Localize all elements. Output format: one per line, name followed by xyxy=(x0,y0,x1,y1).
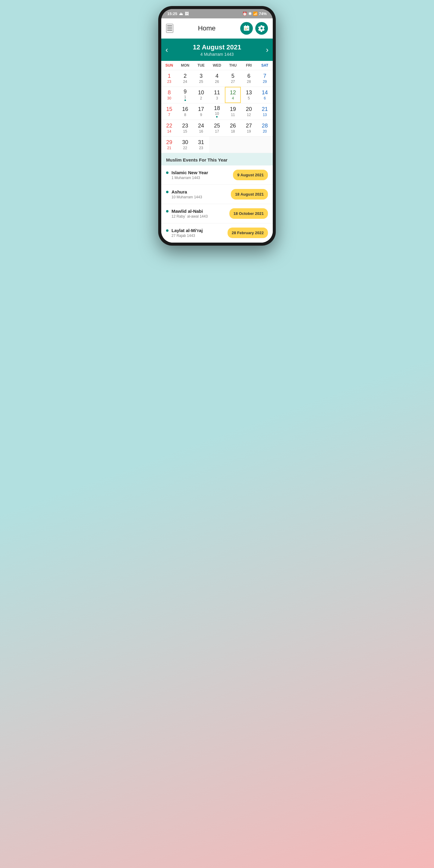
event-hijri: 27 Rajab 1443 xyxy=(172,234,203,238)
day-cell[interactable]: 2618 xyxy=(225,120,241,136)
status-bar: 15:25 ⛰ 🖼 ⏰ ✱ 📶 74% xyxy=(161,9,273,19)
day-name-thu: THU xyxy=(225,61,241,70)
next-month-button[interactable]: › xyxy=(261,45,273,55)
day-cell[interactable]: 2719 xyxy=(241,120,257,136)
day-hij: 26 xyxy=(215,80,219,84)
day-cell[interactable]: 123 xyxy=(161,70,177,87)
event-name: Laylat al-Mi'raj xyxy=(172,228,203,233)
day-hij: 16 xyxy=(199,130,203,133)
day-cell[interactable]: 2820 xyxy=(257,120,273,136)
day-cell[interactable]: 1810 xyxy=(209,103,225,120)
event-item[interactable]: Laylat al-Mi'raj 27 Rajab 1443 28 Februa… xyxy=(161,223,273,243)
header-icons xyxy=(240,22,268,35)
bluetooth-icon: ✱ xyxy=(248,11,252,16)
svg-rect-7 xyxy=(245,29,246,30)
day-cell[interactable]: 2416 xyxy=(193,120,209,136)
calendar-grid: SUNMONTUEWEDTHUFRISAT 123224325426527628… xyxy=(161,61,273,153)
day-cell[interactable]: 179 xyxy=(193,103,209,120)
day-greg: 17 xyxy=(198,106,204,113)
day-cell[interactable]: 527 xyxy=(225,70,241,87)
settings-icon-button[interactable] xyxy=(255,22,268,35)
day-cell[interactable]: 2921 xyxy=(161,136,177,153)
phone-shell: 15:25 ⛰ 🖼 ⏰ ✱ 📶 74% ☰ Home xyxy=(158,6,276,246)
day-cell[interactable]: 224 xyxy=(177,70,193,87)
day-cell[interactable]: 2113 xyxy=(257,103,273,120)
day-cell[interactable]: 1911 xyxy=(225,103,241,120)
hamburger-button[interactable]: ☰ xyxy=(166,24,173,33)
svg-rect-4 xyxy=(245,28,246,29)
event-dot-indicator xyxy=(184,99,186,101)
day-hij: 24 xyxy=(183,80,187,84)
day-cell[interactable]: 426 xyxy=(209,70,225,87)
day-greg: 7 xyxy=(264,73,267,79)
day-greg: 23 xyxy=(182,123,188,129)
day-cell xyxy=(225,136,241,153)
day-cell[interactable]: 628 xyxy=(241,70,257,87)
event-item[interactable]: Ashura 10 Muharram 1443 18 August 2021 xyxy=(161,185,273,204)
day-greg: 14 xyxy=(262,90,268,96)
svg-rect-1 xyxy=(244,26,249,27)
day-greg: 26 xyxy=(230,123,236,129)
day-greg: 11 xyxy=(214,90,220,96)
day-hij: 29 xyxy=(263,80,267,84)
day-cell[interactable]: 157 xyxy=(161,103,177,120)
event-left: Ashura 10 Muharram 1443 xyxy=(166,189,202,199)
events-section-header: Muslim Events For This Year xyxy=(161,153,273,165)
day-greg: 20 xyxy=(246,106,252,113)
day-cell[interactable]: 91 xyxy=(177,87,193,103)
day-greg: 8 xyxy=(167,90,170,96)
day-hij: 6 xyxy=(264,96,266,100)
day-hij: 15 xyxy=(183,130,187,133)
day-name-fri: FRI xyxy=(241,61,257,70)
event-list-dot xyxy=(166,229,168,232)
day-cell[interactable]: 830 xyxy=(161,87,177,103)
event-text: Laylat al-Mi'raj 27 Rajab 1443 xyxy=(172,228,203,238)
week-row-3: 2214231524162517261827192820 xyxy=(161,120,273,136)
event-left: Mawlid al-Nabi 12 Raby` al-awal 1443 xyxy=(166,209,208,218)
day-hij: 13 xyxy=(263,113,267,117)
day-greg: 5 xyxy=(231,73,235,79)
day-cell[interactable]: 2012 xyxy=(241,103,257,120)
day-greg: 29 xyxy=(166,140,172,146)
settings-icon xyxy=(258,25,265,32)
signal-icon: 📶 xyxy=(253,11,258,16)
svg-rect-5 xyxy=(246,28,247,29)
day-greg: 16 xyxy=(182,106,188,113)
day-hij: 10 xyxy=(215,112,219,116)
day-cell[interactable]: 325 xyxy=(193,70,209,87)
day-cell[interactable]: 2315 xyxy=(177,120,193,136)
day-cell[interactable]: 135 xyxy=(241,87,257,103)
event-list-dot xyxy=(166,191,168,193)
day-cell[interactable]: 3123 xyxy=(193,136,209,153)
day-cell[interactable]: 2517 xyxy=(209,120,225,136)
day-hij: 23 xyxy=(199,146,203,150)
event-item[interactable]: Mawlid al-Nabi 12 Raby` al-awal 1443 18 … xyxy=(161,204,273,223)
event-hijri: 1 Muharram 1443 xyxy=(172,176,208,180)
day-cell[interactable]: 168 xyxy=(177,103,193,120)
event-hijri: 12 Raby` al-awal 1443 xyxy=(172,214,208,218)
day-hij: 18 xyxy=(231,130,235,133)
calendar-hijri: 4 Muharram 1443 xyxy=(161,52,273,57)
event-item[interactable]: Islamic New Year 1 Muharram 1443 9 Augus… xyxy=(161,165,273,185)
day-cell[interactable]: 2214 xyxy=(161,120,177,136)
calendar-icon xyxy=(243,25,250,32)
day-greg: 4 xyxy=(216,73,218,79)
day-cell[interactable]: 729 xyxy=(257,70,273,87)
day-cell[interactable]: 3022 xyxy=(177,136,193,153)
day-cell[interactable]: 113 xyxy=(209,87,225,103)
day-cell xyxy=(241,136,257,153)
svg-rect-8 xyxy=(246,29,247,30)
day-cell[interactable]: 124 xyxy=(225,87,241,103)
day-cell[interactable]: 146 xyxy=(257,87,273,103)
events-list: Islamic New Year 1 Muharram 1443 9 Augus… xyxy=(161,165,273,243)
status-left: 15:25 ⛰ 🖼 xyxy=(167,11,189,16)
image-icon: 🖼 xyxy=(185,11,189,16)
day-hij: 8 xyxy=(184,113,186,117)
calendar-icon-button[interactable] xyxy=(240,22,253,35)
day-hij: 5 xyxy=(248,96,250,100)
day-cell[interactable]: 102 xyxy=(193,87,209,103)
day-hij: 1 xyxy=(184,95,186,99)
status-time: 15:25 xyxy=(167,11,177,16)
day-hij: 4 xyxy=(232,96,234,100)
day-greg: 18 xyxy=(214,105,220,112)
